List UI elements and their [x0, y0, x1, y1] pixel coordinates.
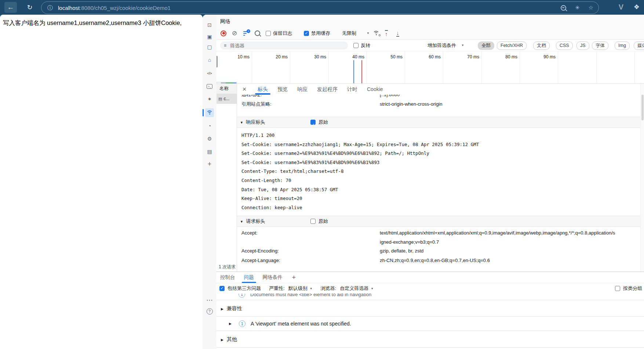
invert-checkbox[interactable] — [353, 43, 359, 48]
response-raw-checkbox[interactable] — [310, 120, 316, 125]
request-headers-section[interactable]: ▼ 请求标头 原始 — [237, 216, 644, 227]
remote-address-label: 远程地址: — [241, 95, 262, 99]
favorite-star-icon[interactable]: ☆ — [589, 4, 593, 11]
timeline-overview[interactable]: 10 ms 20 ms 30 ms 40 ms 50 ms 60 ms 70 m… — [217, 51, 644, 84]
tab-cookie[interactable]: Cookie — [367, 84, 383, 95]
storage-icon[interactable]: ▤ — [205, 147, 214, 156]
storage-glyph: ▤ — [207, 149, 212, 154]
throttling-select[interactable]: 无限制 ▼ — [342, 27, 370, 39]
browser-toolbar: ← ↻ ⓘ localhost:8080/ch05_wzj/cookie/coo… — [0, 0, 644, 15]
tab-issues[interactable]: 问题 — [244, 272, 254, 283]
preserve-log-checkbox[interactable] — [266, 31, 271, 36]
more-filters-dropdown[interactable]: 增加筛选条件 ▼ — [427, 40, 464, 51]
name-column-header[interactable]: 名称 — [217, 84, 237, 94]
filter-pill-all[interactable]: 全部 — [478, 41, 494, 50]
raw-line: Set-Cookie: username2=%E9%83%91%E4%BD%90… — [241, 149, 644, 158]
clipped-issue-text: Documents must have <title> element to a… — [250, 294, 371, 297]
v-logo-icon[interactable]: V — [619, 3, 623, 11]
browser-filter-dropdown[interactable]: 自定义筛选器 — [340, 285, 368, 292]
extensions-puzzle-icon[interactable]: ❖ — [634, 3, 640, 11]
section-other[interactable]: ▶ 其他 — [217, 331, 644, 348]
tab-initiator[interactable]: 发起程序 — [317, 84, 338, 95]
tick-90ms: 90 ms — [534, 54, 556, 59]
tab-console[interactable]: 控制台 — [220, 272, 235, 283]
record-button[interactable] — [221, 27, 226, 39]
refresh-button[interactable]: ↻ — [23, 2, 36, 13]
disable-cache-toggle[interactable]: 禁用缓存 — [304, 27, 330, 39]
invert-filter-toggle[interactable]: 反转 — [353, 40, 370, 51]
tab-headers[interactable]: 标头 — [258, 84, 268, 95]
inspect-icon[interactable]: ⊡ — [205, 21, 214, 29]
zoom-out-icon[interactable] — [561, 5, 566, 11]
tab-timing[interactable]: 计时 — [347, 84, 357, 95]
scrollbar[interactable] — [640, 84, 644, 272]
request-row[interactable]: ▤ c... — [217, 94, 237, 104]
throttling-value: 无限制 — [342, 30, 356, 37]
tick-60ms: 60 ms — [419, 54, 441, 59]
section-compatibility[interactable]: ▶ 兼容性 — [217, 300, 644, 317]
panes-glyph: ▢ — [207, 44, 212, 50]
filter-toggle-button[interactable]: × — [243, 27, 249, 39]
domcontentloaded-marker — [353, 60, 354, 83]
network-panel-icon[interactable] — [205, 108, 214, 117]
devtools: ⊡ ▣ ▢ ⌂ </> >_ ✶ ◔ ⚙ ▤ + ⋯ ? 网络 ⊘ × — [203, 15, 644, 349]
add-panel-icon[interactable]: + — [205, 160, 214, 168]
pinwheel-icon[interactable]: ✳ — [575, 4, 580, 11]
request-name: c... — [223, 94, 229, 104]
close-icon[interactable]: × — [241, 86, 248, 93]
tab-response[interactable]: 响应 — [297, 84, 308, 95]
settings-gear-icon[interactable]: ⚙ — [205, 134, 214, 143]
tab-preview[interactable]: 预览 — [277, 84, 288, 95]
performance-icon[interactable]: ◔ — [205, 121, 214, 130]
filter-pill-fetch-xhr[interactable]: Fetch/XHR — [497, 41, 527, 50]
device-toolbar-icon[interactable]: ▣ — [205, 32, 214, 41]
filter-pill-font[interactable]: 字体 — [592, 41, 608, 50]
severity-dropdown[interactable]: 默认级别 — [288, 285, 308, 292]
import-har-button[interactable]: ↑ — [385, 27, 388, 39]
export-har-button[interactable]: ↓ — [396, 27, 399, 39]
tick-70ms: 70 ms — [457, 54, 479, 59]
filter-pill-media[interactable]: 媒体 — [634, 41, 644, 50]
debugger-icon[interactable]: ✶ — [205, 95, 214, 103]
site-info-icon[interactable]: ⓘ — [47, 4, 53, 11]
search-button[interactable] — [255, 27, 260, 39]
more-options-icon[interactable]: ⋯ — [205, 296, 214, 305]
request-raw-checkbox[interactable] — [310, 219, 316, 224]
third-party-checkbox[interactable] — [219, 286, 225, 291]
overview-grip[interactable] — [217, 56, 218, 68]
elements-code-icon[interactable]: </> — [205, 69, 214, 78]
filter-pill-doc[interactable]: 文档 — [533, 41, 550, 50]
clear-button[interactable]: ⊘ — [232, 27, 237, 39]
filter-input[interactable] — [229, 43, 334, 49]
filter-pill-img[interactable]: Img — [615, 41, 630, 50]
code-glyph: </> — [207, 72, 212, 75]
help-icon[interactable]: ? — [205, 307, 214, 316]
add-drawer-tab-icon[interactable]: + — [292, 274, 296, 281]
clipped-issue-row[interactable]: 1 Documents must have <title> element to… — [217, 294, 644, 300]
back-button[interactable]: ← — [4, 2, 17, 13]
filter-field[interactable]: ≡ — [220, 41, 348, 50]
gridline — [367, 51, 367, 83]
debug-glyph: ✶ — [207, 96, 212, 102]
console-icon[interactable]: >_ — [205, 82, 214, 91]
preserve-log-toggle[interactable]: 保留日志 — [266, 27, 292, 39]
devtools-activity-bar: ⊡ ▣ ▢ ⌂ </> >_ ✶ ◔ ⚙ ▤ + ⋯ ? — [203, 15, 217, 349]
url-bar[interactable]: ⓘ localhost:8080/ch05_wzj/cookie/cookieD… — [41, 1, 599, 14]
group-by-kind-checkbox[interactable] — [615, 286, 620, 291]
tab-network-conditions[interactable]: 网络条件 — [263, 272, 283, 283]
headers-scroll-area[interactable]: 远程地址: [::1]:8080 引用站点策略: strict-origin-w… — [237, 95, 644, 272]
home-icon[interactable]: ⌂ — [205, 55, 214, 64]
scrollbar-thumb[interactable] — [641, 95, 644, 120]
group-by-kind-toggle[interactable]: 按类分组 — [612, 283, 644, 294]
issue-count-badge: 1 — [239, 294, 245, 298]
response-headers-section[interactable]: ▼ 响应标头 原始 — [237, 117, 644, 128]
viewport-issue-row[interactable]: ▶ 1 A 'viewport' meta element was not sp… — [217, 317, 644, 331]
network-conditions-icon: ⚙ — [372, 30, 380, 36]
tick-50ms: 50 ms — [381, 54, 403, 59]
more-glyph: ⋯ — [206, 296, 213, 304]
disable-cache-checkbox[interactable] — [304, 31, 309, 36]
filter-pill-css[interactable]: CSS — [556, 41, 573, 50]
network-conditions-button[interactable]: ⚙ — [372, 27, 380, 39]
filter-pill-js[interactable]: JS — [576, 41, 589, 50]
panel-layout-icon[interactable]: ▢ — [205, 43, 214, 51]
